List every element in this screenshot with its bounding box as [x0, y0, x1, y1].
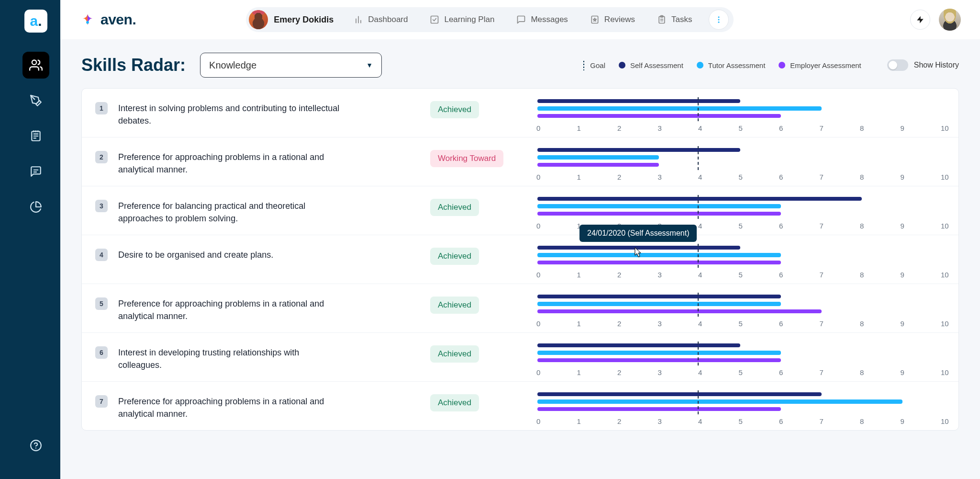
svg-point-25 — [718, 22, 719, 23]
axis-tick: 3 — [658, 124, 658, 132]
goal-line — [698, 244, 699, 268]
status-badge: Achieved — [430, 101, 479, 118]
axis-tick: 7 — [820, 124, 820, 132]
pen-icon — [30, 94, 42, 107]
nav-label: Dashboard — [368, 15, 408, 24]
legend-goal: Goal — [582, 60, 605, 70]
bar-employer[interactable] — [537, 407, 781, 411]
message-icon — [516, 15, 526, 24]
bar-self[interactable] — [537, 295, 781, 298]
bars — [535, 148, 941, 168]
bar-employer[interactable] — [537, 261, 781, 264]
skill-row: 2Preference for approaching problems in … — [82, 137, 958, 186]
user-name: Emery Dokidis — [274, 15, 334, 25]
skill-text: Interest in solving problems and contrib… — [118, 102, 343, 127]
axis-tick: 5 — [739, 124, 739, 132]
axis-tick: 8 — [860, 173, 860, 181]
axis-tick: 5 — [739, 417, 739, 425]
axis-tick: 2 — [617, 124, 618, 132]
skill-text: Preference for approaching problems in a… — [118, 395, 343, 420]
axis-tick: 8 — [860, 222, 860, 230]
bar-tutor[interactable] — [537, 351, 781, 355]
user-avatar-icon — [249, 10, 268, 29]
bar-tutor[interactable] — [537, 302, 781, 306]
axis-tick: 1 — [577, 368, 578, 376]
axis-tick: 0 — [536, 368, 537, 376]
status-badge: Achieved — [430, 199, 479, 216]
axis-tick: 6 — [779, 173, 780, 181]
sidebar-item-notes[interactable] — [22, 123, 49, 149]
axis: 012345678910 — [535, 173, 941, 181]
bar-employer[interactable] — [537, 212, 781, 216]
axis-tick: 7 — [820, 319, 820, 328]
app-logo[interactable]: a. — [24, 10, 47, 33]
axis-tick: 2 — [617, 271, 618, 279]
bar-employer[interactable] — [537, 309, 822, 313]
goal-line — [698, 390, 699, 414]
axis-tick: 4 — [698, 222, 699, 230]
bar-employer[interactable] — [537, 114, 781, 118]
bar-tutor[interactable] — [537, 253, 781, 257]
axis-tick: 4 — [698, 271, 699, 279]
goal-marker-icon — [582, 60, 585, 70]
bar-tutor[interactable] — [537, 106, 822, 111]
axis-tick: 1 — [577, 222, 578, 230]
bars — [535, 392, 941, 412]
nav-label: Tasks — [671, 15, 692, 24]
sidebar-item-people[interactable] — [22, 52, 49, 79]
nav-tasks[interactable]: Tasks — [648, 15, 701, 24]
axis-tick: 3 — [658, 271, 658, 279]
bar-chart-icon — [354, 15, 363, 24]
bar-self[interactable] — [537, 392, 822, 396]
sidebar-item-chat[interactable] — [22, 158, 49, 185]
bar-self[interactable] — [537, 197, 862, 201]
axis: 012345678910 — [535, 319, 941, 328]
bars — [535, 197, 941, 217]
axis-tick: 10 — [941, 319, 941, 328]
skill-number-badge: 4 — [95, 249, 108, 261]
axis-tick: 7 — [820, 173, 820, 181]
axis-tick: 2 — [617, 368, 618, 376]
nav-learning-plan[interactable]: Learning Plan — [421, 15, 503, 24]
filter-select[interactable]: Knowledge ▼ — [200, 53, 382, 78]
bolt-button[interactable] — [910, 10, 930, 30]
skill-text: Interest in developing trusting relation… — [118, 346, 343, 371]
bar-self[interactable] — [537, 343, 740, 347]
bar-tutor[interactable] — [537, 399, 902, 404]
nav-reviews[interactable]: Reviews — [581, 15, 644, 24]
status-badge: Achieved — [430, 248, 479, 265]
bar-self[interactable] — [537, 99, 740, 103]
bar-employer[interactable] — [537, 358, 781, 362]
brand-mark-icon — [79, 11, 96, 28]
skill-number-badge: 3 — [95, 200, 108, 212]
bar-self[interactable] — [537, 148, 740, 152]
pie-icon — [30, 201, 42, 213]
bar-employer[interactable] — [537, 163, 659, 167]
axis-tick: 2 — [617, 173, 618, 181]
sidebar-item-help[interactable] — [22, 432, 49, 459]
legend-tutor: Tutor Assessment — [697, 61, 766, 69]
profile-avatar[interactable] — [939, 9, 961, 31]
axis-tick: 2 — [617, 417, 618, 425]
axis-tick: 0 — [536, 124, 537, 132]
axis-tick: 10 — [941, 124, 941, 132]
current-user-chip[interactable]: Emery Dokidis — [249, 10, 340, 29]
bars — [535, 295, 941, 315]
bar-tutor[interactable] — [537, 155, 659, 160]
axis-tick: 9 — [901, 124, 901, 132]
axis-tick: 4 — [698, 319, 699, 328]
brand[interactable]: aven. — [79, 11, 136, 28]
nav-dashboard[interactable]: Dashboard — [345, 15, 416, 24]
axis-tick: 4 — [698, 173, 699, 181]
bolt-icon — [916, 15, 924, 24]
axis-tick: 10 — [941, 271, 941, 279]
axis-tick: 9 — [901, 271, 901, 279]
history-toggle[interactable] — [887, 59, 908, 71]
skill-number-badge: 6 — [95, 346, 108, 359]
bar-tutor[interactable] — [537, 204, 781, 208]
nav-more-button[interactable] — [709, 10, 729, 30]
sidebar-item-reports[interactable] — [22, 194, 49, 220]
nav-messages[interactable]: Messages — [508, 15, 576, 24]
axis-tick: 10 — [941, 417, 941, 425]
sidebar-item-edit[interactable] — [22, 87, 49, 114]
